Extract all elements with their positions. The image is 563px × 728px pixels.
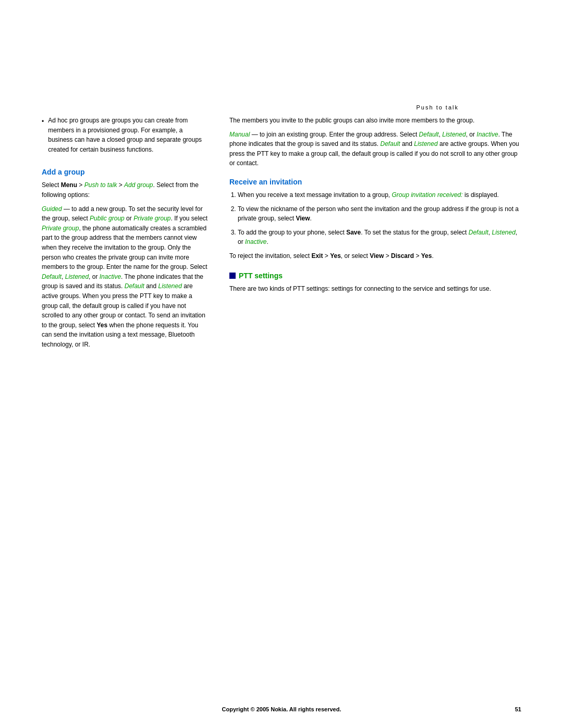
guided-label: Guided <box>42 205 62 213</box>
bullet-dot: • <box>42 117 44 158</box>
yes-reject-label: Yes <box>330 252 341 260</box>
page-header: Push to talk <box>0 0 563 116</box>
step-3: To add the group to your phone, select S… <box>238 228 521 247</box>
ptt-settings-section: PTT settings <box>229 272 521 280</box>
private-group-label2: Private group <box>42 225 79 232</box>
step-2-text: To view the nickname of the person who s… <box>238 205 519 223</box>
copyright-text: Copyright © 2005 Nokia. All rights reser… <box>222 706 341 712</box>
add-group-title: Add a group <box>42 168 209 176</box>
default-r-label: Default <box>419 131 439 138</box>
push-to-talk-label: Push to talk <box>84 181 117 189</box>
listened-r-label: Listened <box>442 131 466 138</box>
ptt-settings-title: PTT settings <box>239 272 283 280</box>
default-s-label: Default <box>469 229 488 236</box>
save-label: Save <box>346 229 361 236</box>
add-group-label: Add group <box>124 181 153 189</box>
discard-label: Discard <box>391 252 414 260</box>
listened-r-label2: Listened <box>414 140 437 147</box>
bullet-item: • Ad hoc pro groups are groups you can c… <box>42 116 209 158</box>
manual-label: Manual <box>229 131 250 138</box>
content-area: • Ad hoc pro groups are groups you can c… <box>0 116 563 690</box>
private-group-label: Private group <box>133 215 170 222</box>
step-1: When you receive a text message invitati… <box>238 190 521 200</box>
inactive-label: Inactive <box>100 273 121 280</box>
inactive-r-label: Inactive <box>476 131 498 138</box>
right-top-text: The members you invite to the public gro… <box>229 116 521 126</box>
bullet-text: Ad hoc pro groups are groups you can cre… <box>48 116 209 154</box>
reject-text: To reject the invitation, select Exit > … <box>229 251 521 261</box>
default-label: Default <box>42 273 62 280</box>
view-label: View <box>296 215 310 222</box>
steps-list: When you receive a text message invitati… <box>238 190 521 247</box>
right-column: The members you invite to the public gro… <box>229 116 521 690</box>
page: Push to talk • Ad hoc pro groups are gro… <box>0 0 563 728</box>
menu-label: Menu <box>61 181 77 189</box>
receive-invitation-title: Receive an invitation <box>229 178 521 186</box>
ptt-settings-text: There are two kinds of PTT settings: set… <box>229 284 521 294</box>
inactive-s-label: Inactive <box>245 238 266 245</box>
default-r-label2: Default <box>381 140 400 147</box>
step-3-text: To add the group to your phone, select S… <box>238 229 517 246</box>
step-2: To view the nickname of the person who s… <box>238 204 521 224</box>
group-invitation-label: Group invitation received: <box>392 191 463 199</box>
ptt-square-icon <box>229 273 236 279</box>
listened-s-label: Listened <box>492 229 515 236</box>
page-number: 51 <box>515 706 521 712</box>
yes-label: Yes <box>96 322 107 329</box>
header-section-label: Push to talk <box>417 104 459 110</box>
manual-section-text: Manual — to join an existing group. Ente… <box>229 130 521 168</box>
view-reject-label: View <box>370 252 384 260</box>
public-group-label: Public group <box>90 215 125 222</box>
default-label2: Default <box>125 282 144 290</box>
add-group-intro: Select Menu > Push to talk > Add group. … <box>42 180 209 200</box>
page-footer: Copyright © 2005 Nokia. All rights reser… <box>0 690 563 728</box>
yes-discard-label: Yes <box>421 252 432 260</box>
step-1-text: When you receive a text message invitati… <box>238 191 499 199</box>
left-column: • Ad hoc pro groups are groups you can c… <box>42 116 209 690</box>
listened-label2: Listened <box>158 282 182 290</box>
guided-section-text: Guided — to add a new group. To set the … <box>42 204 209 350</box>
listened-label: Listened <box>65 273 89 280</box>
exit-label: Exit <box>311 252 323 260</box>
